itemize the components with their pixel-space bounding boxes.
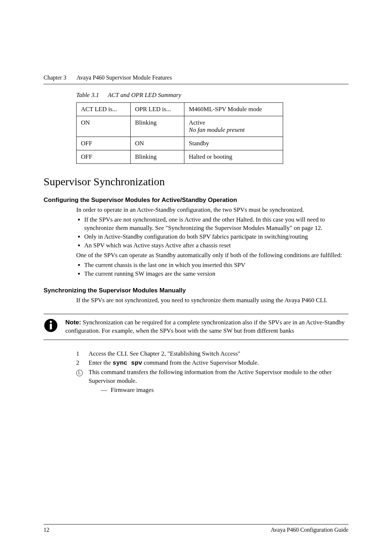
doc-title: Avaya P460 Configuration Guide: [271, 527, 348, 533]
note-block: Note: Synchronization can be required fo…: [44, 314, 348, 340]
body-block: In order to operate in an Active-Standby…: [76, 206, 348, 278]
dash-marker: —: [101, 386, 107, 394]
paragraph: If the SPVs are not synchronized, you ne…: [76, 296, 348, 305]
cell: OFF: [77, 150, 131, 164]
list-item: Only in Active-Standby configuration do …: [84, 233, 348, 241]
cell: Halted or booting: [184, 150, 283, 164]
led-summary-table: ACT LED is... OPR LED is... M460ML-SPV M…: [76, 102, 283, 164]
cell: Blinking: [130, 116, 184, 137]
step-number: 2: [76, 358, 84, 368]
step-item: 2 Enter the sync spv command from the Ac…: [76, 358, 348, 368]
table-caption-title: ACT and OPR LED Summary: [108, 92, 181, 98]
step-text: Enter the sync spv command from the Acti…: [89, 358, 348, 368]
table-header-row: ACT LED is... OPR LED is... M460ML-SPV M…: [77, 103, 283, 116]
list-item: The current running SW images are the sa…: [84, 270, 348, 278]
table-caption: Table 3.1 ACT and OPR LED Summary: [76, 92, 348, 99]
col-header: OPR LED is...: [130, 103, 184, 116]
paragraph: One of the SPVs can operate as Standby a…: [76, 251, 348, 260]
info-marker-icon: L: [76, 368, 84, 385]
svg-rect-2: [50, 324, 52, 329]
page-number: 12: [44, 527, 49, 533]
step-number: 1: [76, 349, 84, 358]
note-label: Note:: [65, 319, 81, 326]
cell: ON: [77, 116, 131, 137]
step-sub-text: — Firmware images: [89, 386, 348, 394]
table-caption-label: Table 3.1: [76, 92, 99, 98]
list-item: The current chassis is the last one in w…: [84, 261, 348, 270]
bullet-list: If the SPVs are not synchronized, one is…: [76, 216, 348, 250]
step-text: This command transfers the following inf…: [89, 368, 348, 385]
col-header: ACT LED is...: [77, 103, 131, 116]
blank-num: [76, 386, 84, 394]
table-row: OFF ON Standby: [77, 137, 283, 150]
step-sub-item: — Firmware images: [76, 386, 348, 394]
cell: OFF: [77, 137, 131, 150]
cell-line-italic: No fan module present: [189, 126, 245, 133]
step-text-pre: Enter the: [89, 359, 113, 366]
subsection-heading: Synchronizing the Supervisor Modules Man…: [44, 287, 348, 294]
bullet-list: The current chassis is the last one in w…: [76, 261, 348, 278]
subsection-heading: Configuring the Supervisor Modules for A…: [44, 197, 348, 204]
chapter-label: Chapter 3: [44, 74, 66, 81]
step-item: L This command transfers the following i…: [76, 368, 348, 385]
code-text: sync spv: [113, 360, 142, 366]
cell-line: Active: [189, 119, 205, 126]
body-block: If the SPVs are not synchronized, you ne…: [76, 296, 348, 305]
cell: Active No fan module present: [184, 116, 283, 137]
page-header: Chapter 3 Avaya P460 Supervisor Module F…: [44, 74, 348, 84]
paragraph: In order to operate in an Active-Standby…: [76, 206, 348, 214]
step-item: 1 Access the CLI. See Chapter 2, "Establ…: [76, 349, 348, 358]
table-row: OFF Blinking Halted or booting: [77, 150, 283, 164]
note-body: Synchronization can be required for a co…: [65, 319, 345, 334]
svg-point-1: [50, 321, 52, 323]
page-footer: 12 Avaya P460 Configuration Guide: [44, 524, 348, 533]
list-item: If the SPVs are not synchronized, one is…: [84, 216, 348, 232]
steps-list: 1 Access the CLI. See Chapter 2, "Establ…: [76, 349, 348, 394]
dash-text: Firmware images: [111, 386, 154, 394]
table-row: ON Blinking Active No fan module present: [77, 116, 283, 137]
col-header: M460ML-SPV Module mode: [184, 103, 283, 116]
note-text: Note: Synchronization can be required fo…: [65, 319, 348, 335]
list-item: An SPV which was Active stays Active aft…: [84, 242, 348, 250]
cell: ON: [130, 137, 184, 150]
section-heading: Supervisor Synchronization: [44, 175, 348, 188]
step-text: Access the CLI. See Chapter 2, "Establis…: [89, 349, 348, 358]
step-text-post: command from the Active Supervisor Modul…: [142, 359, 259, 366]
info-icon: [44, 319, 58, 335]
chapter-title: Avaya P460 Supervisor Module Features: [77, 74, 172, 81]
cell: Standby: [184, 137, 283, 150]
cell: Blinking: [130, 150, 184, 164]
